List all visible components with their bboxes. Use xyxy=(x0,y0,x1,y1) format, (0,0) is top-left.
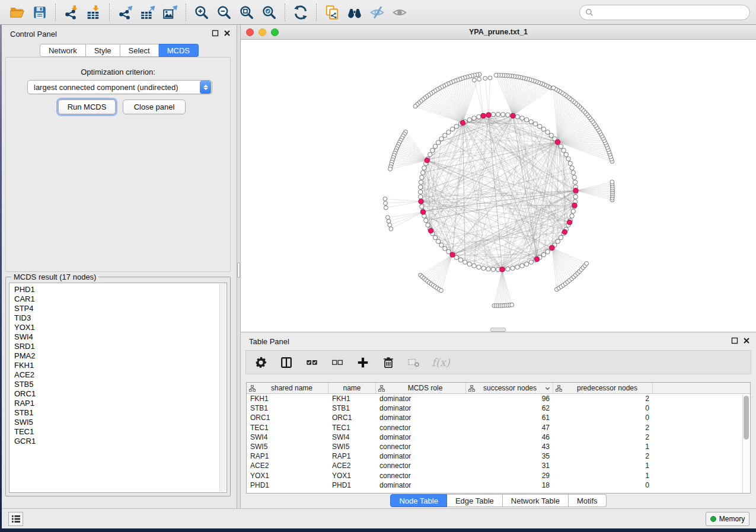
zoom-selected-button[interactable] xyxy=(259,2,279,23)
network-node[interactable] xyxy=(384,201,388,206)
tab-mcds[interactable]: MCDS xyxy=(159,44,199,57)
copy-network-button[interactable] xyxy=(322,2,342,23)
network-node[interactable] xyxy=(424,219,428,223)
table-row[interactable]: SWI4SWI4dominator462 xyxy=(247,432,750,442)
mcds-node[interactable] xyxy=(460,120,465,125)
network-node[interactable] xyxy=(389,227,393,231)
network-node[interactable] xyxy=(419,185,423,189)
column-header-predecessor-nodes[interactable]: predecessor nodes xyxy=(553,383,653,393)
mcds-node[interactable] xyxy=(573,188,578,193)
hide-selected-button[interactable] xyxy=(367,2,387,23)
table-row[interactable]: YOX1YOX1connector291 xyxy=(247,471,750,480)
network-node[interactable] xyxy=(446,130,451,134)
mcds-result-item[interactable]: STB1 xyxy=(14,408,227,418)
network-node[interactable] xyxy=(384,206,388,210)
mcds-result-item[interactable]: YOX1 xyxy=(14,323,227,332)
horizontal-splitter-grip[interactable] xyxy=(490,328,506,332)
open-file-button[interactable] xyxy=(7,2,27,23)
close-panel-button[interactable]: Close panel xyxy=(123,100,186,114)
function-builder-button[interactable]: f(x) xyxy=(432,355,450,370)
mcds-result-item[interactable]: RAP1 xyxy=(14,399,227,408)
mcds-result-item[interactable]: SRD1 xyxy=(14,342,227,351)
network-node[interactable] xyxy=(541,252,546,257)
tab-network[interactable]: Network xyxy=(40,44,86,57)
network-node[interactable] xyxy=(538,124,542,129)
criterion-select[interactable]: largest connected component (undirected) xyxy=(27,80,212,94)
network-node[interactable] xyxy=(529,120,533,124)
network-node[interactable] xyxy=(551,86,556,90)
network-node[interactable] xyxy=(383,197,387,201)
network-node[interactable] xyxy=(483,76,487,81)
save-session-button[interactable] xyxy=(30,2,50,23)
network-node[interactable] xyxy=(467,118,471,122)
network-node[interactable] xyxy=(420,171,425,175)
network-node[interactable] xyxy=(436,140,440,145)
mcds-node[interactable] xyxy=(420,210,425,214)
network-node[interactable] xyxy=(515,265,519,269)
network-node[interactable] xyxy=(506,267,510,271)
network-node[interactable] xyxy=(501,113,505,117)
mcds-node[interactable] xyxy=(550,245,554,250)
mcds-node[interactable] xyxy=(567,220,572,225)
network-node[interactable] xyxy=(477,77,481,81)
network-node[interactable] xyxy=(566,157,570,161)
tab-select[interactable]: Select xyxy=(120,44,159,57)
mcds-result-item[interactable]: ORC1 xyxy=(14,389,227,399)
network-node[interactable] xyxy=(533,122,537,126)
network-node[interactable] xyxy=(573,180,577,184)
mcds-result-item[interactable]: PHD1 xyxy=(14,285,227,294)
search-input[interactable] xyxy=(597,8,744,17)
column-header-name[interactable]: name xyxy=(328,383,376,393)
zoom-in-button[interactable] xyxy=(192,2,212,23)
mcds-node[interactable] xyxy=(481,113,486,118)
export-table-button[interactable] xyxy=(138,2,158,23)
mcds-result-item[interactable]: SWI5 xyxy=(14,418,227,427)
splitter-grip[interactable] xyxy=(237,262,240,278)
tab-motifs[interactable]: Motifs xyxy=(569,494,607,507)
import-table-button[interactable] xyxy=(84,2,104,23)
tab-network-table[interactable]: Network Table xyxy=(503,494,569,507)
network-node[interactable] xyxy=(546,130,550,134)
network-node[interactable] xyxy=(477,114,481,118)
mcds-result-item[interactable]: FKH1 xyxy=(14,361,227,370)
network-node[interactable] xyxy=(610,180,614,184)
tab-node-table[interactable]: Node Table xyxy=(390,494,447,507)
mcds-result-item[interactable]: GCR1 xyxy=(14,437,227,446)
network-node[interactable] xyxy=(573,195,578,199)
network-node[interactable] xyxy=(541,127,546,131)
import-network-button[interactable] xyxy=(61,2,81,23)
deselect-all-button[interactable] xyxy=(330,355,345,370)
network-node[interactable] xyxy=(463,260,467,264)
mcds-result-item[interactable]: ACE2 xyxy=(14,370,227,380)
network-node[interactable] xyxy=(454,255,458,259)
network-node[interactable] xyxy=(473,78,477,82)
refresh-view-button[interactable] xyxy=(291,2,311,23)
network-node[interactable] xyxy=(506,113,510,117)
network-node[interactable] xyxy=(585,261,589,265)
mcds-result-item[interactable]: TID3 xyxy=(14,313,227,323)
network-node[interactable] xyxy=(515,114,519,118)
network-node[interactable] xyxy=(443,133,447,137)
mcds-result-item[interactable]: PMA2 xyxy=(14,351,227,361)
network-node[interactable] xyxy=(420,175,424,180)
network-node[interactable] xyxy=(428,152,432,156)
network-node[interactable] xyxy=(436,239,440,243)
network-node[interactable] xyxy=(562,148,566,152)
network-node[interactable] xyxy=(458,258,462,262)
memory-button[interactable]: Memory xyxy=(706,512,749,526)
close-panel-icon[interactable] xyxy=(224,30,231,37)
network-node[interactable] xyxy=(446,249,451,254)
network-node[interactable] xyxy=(388,167,393,171)
network-node[interactable] xyxy=(450,127,454,131)
mcds-result-item[interactable]: SWI4 xyxy=(14,332,227,342)
network-node[interactable] xyxy=(559,235,563,239)
network-node[interactable] xyxy=(564,152,568,156)
delete-column-button[interactable] xyxy=(381,355,396,370)
mcds-node[interactable] xyxy=(450,252,455,257)
network-node[interactable] xyxy=(413,104,417,108)
run-mcds-button[interactable]: Run MCDS xyxy=(58,100,116,114)
network-node[interactable] xyxy=(549,133,553,137)
network-node[interactable] xyxy=(529,260,533,264)
table-row[interactable]: ACE2ACE2connector311 xyxy=(247,461,750,470)
network-node[interactable] xyxy=(443,246,447,251)
